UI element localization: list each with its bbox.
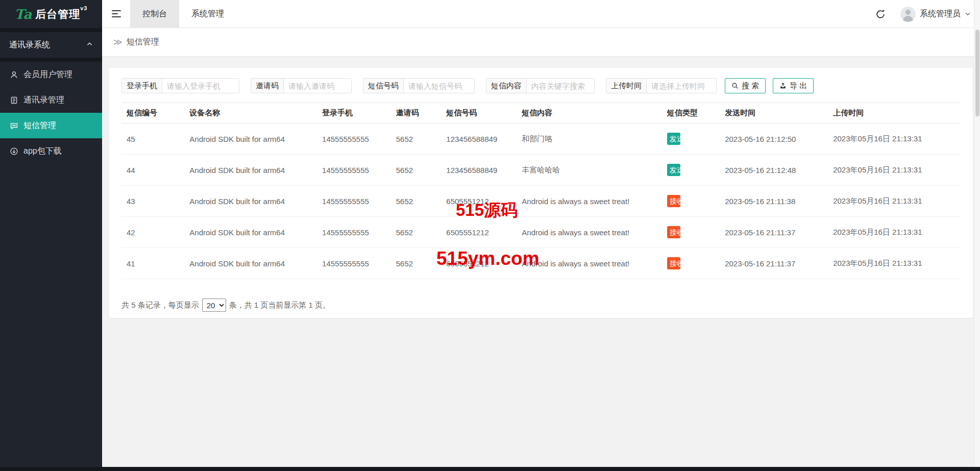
table-row: 41 Android SDK built for arm64 145555555…	[121, 248, 961, 279]
page-scrollbar[interactable]	[974, 0, 980, 471]
cell-sms-id: 44	[121, 155, 184, 186]
cell-send-time: 2023-05-16 21:11:37	[720, 248, 828, 279]
breadcrumb-arrows-icon: ≫	[113, 37, 122, 47]
sidebar-item-address-book-management[interactable]: 通讯录管理	[0, 87, 102, 113]
sidebar-group-contacts-system[interactable]: 通讯录系统	[0, 32, 102, 58]
cell-device: Android SDK built for arm64	[184, 155, 317, 186]
col-content: 短信内容	[517, 103, 662, 123]
cell-type: 接收	[662, 186, 720, 217]
login-phone-input[interactable]	[162, 79, 239, 93]
cell-login-phone: 14555555555	[317, 123, 391, 155]
sidebar-item-app-package-download[interactable]: app包下载	[0, 138, 102, 164]
sidebar-item-label: 会员用户管理	[23, 69, 72, 80]
app-logo: Ta 后台管理v3	[0, 0, 102, 28]
col-device: 设备名称	[184, 103, 317, 123]
cell-device: Android SDK built for arm64	[184, 248, 317, 279]
sms-type-badge: 接收	[667, 257, 680, 269]
col-invite-code: 邀请码	[391, 103, 442, 123]
export-button[interactable]: 导 出	[773, 78, 814, 93]
filter-sms-number: 短信号码	[363, 78, 475, 93]
sidebar-group-label: 通讯录系统	[9, 40, 50, 51]
cell-send-time: 2023-05-16 21:12:48	[720, 155, 828, 186]
sms-table: 短信编号 设备名称 登录手机 邀请码 短信号码 短信内容 短信类型 发送时间 上…	[121, 103, 961, 279]
refresh-icon[interactable]	[875, 9, 886, 20]
user-name: 系统管理员	[920, 9, 961, 19]
col-send-time: 发送时间	[720, 103, 828, 123]
toolbar-buttons: 搜 索 导 出	[725, 78, 814, 93]
cell-sms-id: 41	[121, 248, 184, 279]
filter-login-phone: 登录手机	[121, 78, 239, 93]
pagination-suffix: 条，共 1 页当前显示第 1 页。	[229, 301, 330, 310]
cell-upload-time: 2023年05月16日 21:13:31	[828, 155, 961, 186]
cell-type: 发送	[662, 155, 720, 186]
pagination: 共 5 条记录，每页显示 20 条，共 1 页当前显示第 1 页。	[121, 299, 961, 312]
search-button[interactable]: 搜 索	[725, 78, 766, 93]
upload-time-input[interactable]	[647, 79, 716, 93]
table-row: 42 Android SDK built for arm64 145555555…	[121, 217, 961, 248]
cell-content: Android is always a sweet treat!	[517, 217, 662, 248]
col-login-phone: 登录手机	[317, 103, 391, 123]
cell-invite-code: 5652	[391, 248, 442, 279]
filter-toolbar: 登录手机 邀请码 短信号码 短信内容	[121, 78, 961, 93]
cell-login-phone: 14555555555	[317, 186, 391, 217]
sidebar-item-label: app包下载	[23, 146, 62, 157]
logo-script-icon: Ta	[15, 7, 32, 22]
table-row: 45 Android SDK built for arm64 145555555…	[121, 123, 961, 155]
page-size-select[interactable]: 20	[202, 299, 226, 312]
sms-icon	[9, 121, 18, 130]
cell-invite-code: 5652	[391, 217, 442, 248]
sidebar-item-label: 通讯录管理	[23, 95, 64, 106]
pagination-prefix: 共 5 条记录，每页显示	[121, 301, 199, 310]
cell-invite-code: 5652	[391, 123, 442, 155]
col-sms-number: 短信号码	[441, 103, 517, 123]
cell-upload-time: 2023年05月16日 21:13:31	[828, 217, 961, 248]
filter-upload-time: 上传时间	[606, 78, 717, 93]
avatar	[900, 7, 916, 22]
cell-send-time: 2023-05-16 21:11:38	[720, 186, 828, 217]
sms-table-body: 45 Android SDK built for arm64 145555555…	[121, 123, 961, 279]
filter-invite-code: 邀请码	[251, 78, 352, 93]
watermark-url: 515ym.com	[436, 248, 540, 269]
app-title: 后台管理v3	[35, 7, 87, 21]
sms-card: 登录手机 邀请码 短信号码 短信内容	[109, 68, 973, 318]
sms-content-input[interactable]	[527, 79, 594, 93]
cell-device: Android SDK built for arm64	[184, 217, 317, 248]
cell-sms-id: 45	[121, 123, 184, 155]
sidebar: Ta 后台管理v3 通讯录系统 会员用户管理 通讯录管理 短信管理 app包下载	[0, 0, 102, 471]
cell-type: 接收	[662, 217, 720, 248]
col-upload-time: 上传时间	[828, 103, 961, 123]
filter-label: 登录手机	[122, 79, 162, 93]
tab-system-management[interactable]: 系统管理	[179, 0, 236, 28]
sms-number-input[interactable]	[404, 79, 474, 93]
table-header-row: 短信编号 设备名称 登录手机 邀请码 短信号码 短信内容 短信类型 发送时间 上…	[121, 103, 961, 123]
invite-code-input[interactable]	[284, 79, 351, 93]
app-window: Ta 后台管理v3 通讯录系统 会员用户管理 通讯录管理 短信管理 app包下载	[0, 0, 980, 471]
cell-sms-number: 123456588849	[441, 155, 517, 186]
table-row: 43 Android SDK built for arm64 145555555…	[121, 186, 961, 217]
sidebar-item-sms-management[interactable]: 短信管理	[0, 113, 102, 138]
cell-sms-id: 42	[121, 217, 184, 248]
cell-upload-time: 2023年05月16日 21:13:31	[828, 123, 961, 155]
sidebar-divider	[0, 58, 102, 62]
collapse-sidebar-icon[interactable]	[102, 0, 130, 28]
scrollbar-thumb[interactable]	[975, 30, 979, 116]
cell-device: Android SDK built for arm64	[184, 123, 317, 155]
sms-type-badge: 接收	[667, 226, 680, 238]
footer-strip	[0, 467, 980, 471]
sidebar-item-label: 短信管理	[23, 120, 56, 131]
cell-device: Android SDK built for arm64	[184, 186, 317, 217]
user-menu[interactable]: 系统管理员	[900, 7, 971, 22]
cell-content: 和部门咯	[517, 123, 662, 155]
chevron-up-icon	[86, 40, 93, 49]
sidebar-item-member-user-management[interactable]: 会员用户管理	[0, 62, 102, 87]
content-area: 登录手机 邀请码 短信号码 短信内容	[102, 57, 980, 471]
breadcrumb-current: 短信管理	[127, 37, 159, 47]
cell-type: 接收	[662, 248, 720, 279]
download-icon	[9, 146, 18, 156]
cell-invite-code: 5652	[391, 155, 442, 186]
breadcrumb: ≫ 短信管理	[102, 28, 980, 57]
filter-label: 上传时间	[606, 79, 647, 93]
address-book-icon	[9, 95, 18, 105]
sms-type-badge: 发送	[667, 164, 680, 176]
tab-console[interactable]: 控制台	[130, 0, 179, 28]
